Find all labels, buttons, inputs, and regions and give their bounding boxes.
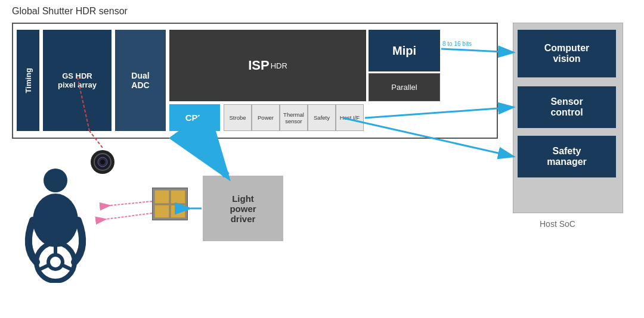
- hostif-label: Host I/F: [340, 114, 360, 121]
- thermal-label: Thermalsensor: [283, 111, 304, 124]
- svg-point-4: [44, 169, 67, 192]
- sm-label: Safetymanager: [547, 146, 587, 167]
- safety-block: Safety: [308, 104, 336, 131]
- bits-label: 8 to 16 bits: [442, 40, 472, 47]
- gs-hdr-block: GS HDRpixel array: [43, 30, 112, 131]
- svg-line-10: [62, 265, 72, 270]
- safety-manager-block: Safetymanager: [518, 136, 616, 177]
- sc-label: Sensorcontrol: [550, 96, 583, 118]
- sensor-control-block: Sensorcontrol: [518, 86, 616, 128]
- computer-vision-block: Computervision: [518, 30, 616, 77]
- host-soc-label: Host SoC: [540, 219, 575, 229]
- strobe-block: Strobe: [224, 104, 252, 131]
- isp-label: ISP: [248, 58, 269, 73]
- cv-label: Computervision: [544, 43, 590, 64]
- parallel-block: Parallel: [369, 73, 440, 101]
- power-label: Power: [258, 114, 274, 121]
- led-cell-4: [171, 205, 185, 219]
- cpu-block: CPU: [169, 104, 220, 131]
- timing-block: Timing: [17, 30, 39, 131]
- gs-hdr-label: GS HDRpixel array: [58, 71, 97, 89]
- thermal-block: Thermalsensor: [280, 104, 308, 131]
- dual-adc-label: DualADC: [131, 71, 149, 90]
- hostif-block: Host I/F: [336, 104, 364, 131]
- strobe-label: Strobe: [230, 114, 246, 121]
- svg-point-5: [33, 194, 78, 247]
- page-title: Global Shutter HDR sensor: [12, 6, 128, 17]
- led-cell-3: [154, 205, 169, 219]
- mipi-block: Mipi: [369, 30, 440, 71]
- svg-line-20: [106, 213, 152, 219]
- sub-blocks-row: Strobe Power Thermalsensor Safety Host I…: [224, 104, 364, 131]
- lpd-label: Lightpowerdriver: [230, 194, 256, 224]
- mipi-label: Mipi: [392, 44, 416, 58]
- isp-sub-label: HDR: [271, 61, 287, 70]
- svg-line-9: [39, 265, 49, 270]
- svg-point-3: [100, 160, 105, 164]
- timing-label: Timing: [24, 68, 33, 93]
- led-array: [152, 188, 188, 220]
- light-power-driver-block: Lightpowerdriver: [203, 176, 283, 241]
- isp-block: ISP HDR: [169, 30, 366, 101]
- led-cell-2: [171, 190, 185, 204]
- safety-label: Safety: [314, 114, 330, 121]
- person-silhouette: [17, 164, 94, 283]
- diagram-container: Global Shutter HDR sensor Timing GS HDRp…: [0, 0, 644, 318]
- svg-line-19: [110, 201, 152, 205]
- cpu-label: CPU: [185, 113, 205, 123]
- power-block: Power: [252, 104, 280, 131]
- dual-adc-block: DualADC: [115, 30, 166, 131]
- svg-point-7: [48, 255, 63, 269]
- parallel-label: Parallel: [391, 83, 417, 92]
- led-cell-1: [154, 190, 169, 204]
